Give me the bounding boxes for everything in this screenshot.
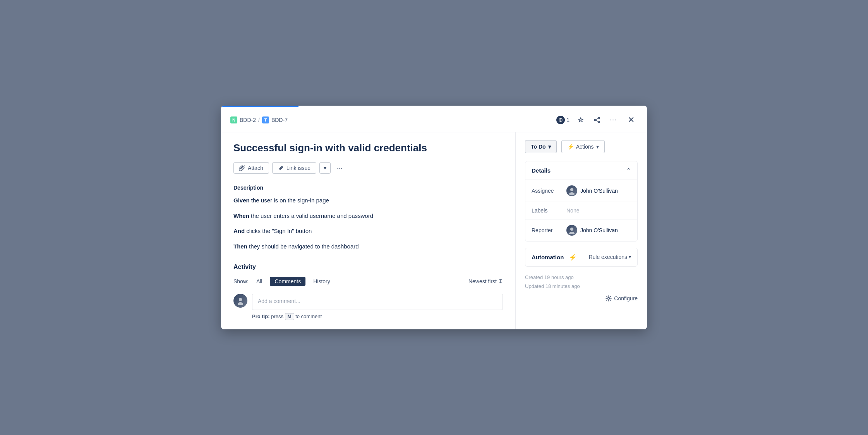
assignee-label: Assignee xyxy=(532,188,566,194)
actions-label: Actions xyxy=(576,144,594,150)
rule-executions-link[interactable]: Rule executions ▾ xyxy=(588,254,631,260)
reporter-avatar xyxy=(566,225,577,236)
svg-point-3 xyxy=(594,119,596,121)
status-button[interactable]: To Do ▾ xyxy=(525,140,557,153)
filter-all-button[interactable]: All xyxy=(252,277,267,286)
svg-point-8 xyxy=(569,192,575,195)
svg-point-9 xyxy=(570,228,573,231)
pro-tip-key: M xyxy=(285,313,294,320)
labels-label: Labels xyxy=(532,207,566,214)
assignee-row: Assignee John O'Sullivan xyxy=(525,180,637,202)
lightning-icon: ⚡ xyxy=(567,144,574,150)
automation-card: Automation ⚡ Rule executions ▾ xyxy=(525,248,638,267)
status-label: To Do xyxy=(531,144,546,150)
main-content: Successful sign-in with valid credential… xyxy=(221,132,515,330)
details-header[interactable]: Details ⌃ xyxy=(525,161,637,180)
attach-button[interactable]: Attach xyxy=(233,162,269,174)
pro-tip: Pro tip: press M to comment xyxy=(252,313,503,320)
breadcrumb: N BDD-2 / T BDD-7 xyxy=(230,116,288,123)
keyword-given: Given xyxy=(233,197,250,204)
description-step-3: And clicks the "Sign In" button xyxy=(233,226,503,236)
issue-title: Successful sign-in with valid credential… xyxy=(233,142,503,155)
link-issue-button[interactable]: Link issue xyxy=(272,162,316,174)
labels-value: None xyxy=(566,207,579,214)
comment-placeholder: Add a comment... xyxy=(258,298,300,304)
details-card: Details ⌃ Assignee J xyxy=(525,161,638,241)
filter-comments-button[interactable]: Comments xyxy=(270,277,305,286)
modal-body: Successful sign-in with valid credential… xyxy=(221,132,647,330)
comment-input[interactable]: Add a comment... xyxy=(252,294,503,310)
actions-chevron-icon: ▾ xyxy=(596,144,599,150)
activity-section: Activity Show: All Comments History Newe… xyxy=(233,264,503,320)
svg-point-1 xyxy=(560,119,561,120)
header-actions: 1 ··· ✕ xyxy=(556,114,638,126)
user-avatar xyxy=(233,294,247,308)
watch-action[interactable]: 1 xyxy=(556,116,570,124)
svg-point-10 xyxy=(569,232,575,234)
details-collapse-icon: ⌃ xyxy=(626,167,631,174)
updated-text: Updated 18 minutes ago xyxy=(525,282,638,291)
details-heading: Details xyxy=(532,167,551,174)
modal-header: N BDD-2 / T BDD-7 1 xyxy=(221,108,647,132)
svg-point-4 xyxy=(598,121,600,123)
actions-button[interactable]: ⚡ Actions ▾ xyxy=(561,140,605,153)
like-button[interactable] xyxy=(576,115,586,125)
top-progress-bar xyxy=(221,106,647,108)
labels-row: Labels None xyxy=(525,202,637,219)
sidebar: To Do ▾ ⚡ Actions ▾ Details ⌃ Assignee xyxy=(515,132,647,330)
link-issue-label: Link issue xyxy=(286,165,310,171)
close-button[interactable]: ✕ xyxy=(624,114,638,126)
parent-issue-icon: N xyxy=(230,116,237,123)
filter-history-button[interactable]: History xyxy=(309,277,335,286)
parent-issue-link[interactable]: BDD-2 xyxy=(240,117,256,123)
labels-text: None xyxy=(566,207,579,214)
toolbar-dropdown-button[interactable]: ▾ xyxy=(319,162,331,174)
svg-point-11 xyxy=(608,298,610,300)
description-heading: Description xyxy=(233,185,503,191)
meta-info: Created 19 hours ago Updated 18 minutes … xyxy=(525,273,638,291)
svg-point-2 xyxy=(598,117,600,119)
assignee-avatar xyxy=(566,185,577,196)
breadcrumb-separator: / xyxy=(258,117,260,123)
svg-point-5 xyxy=(239,298,242,301)
more-options-button[interactable]: ··· xyxy=(608,114,618,125)
description-step-1: Given the user is on the sign-in page xyxy=(233,195,503,206)
svg-point-7 xyxy=(570,188,573,191)
current-issue-id: BDD-7 xyxy=(271,117,288,123)
toolbar-more-button[interactable]: ··· xyxy=(334,163,346,174)
watch-count-label: 1 xyxy=(566,117,570,123)
share-button[interactable] xyxy=(592,115,602,125)
configure-label: Configure xyxy=(614,295,638,301)
keyword-when: When xyxy=(233,212,249,219)
assignee-value: John O'Sullivan xyxy=(566,185,618,196)
keyword-and: And xyxy=(233,228,245,234)
pro-tip-bold: Pro tip: xyxy=(252,313,270,319)
sort-button[interactable]: Newest first ↧ xyxy=(468,278,503,284)
description-section: Description Given the user is on the sig… xyxy=(233,185,503,251)
description-step-2: When the user enters a valid username an… xyxy=(233,211,503,221)
automation-lightning-icon: ⚡ xyxy=(569,253,577,261)
pro-tip-action: to comment xyxy=(295,313,322,319)
created-text: Created 19 hours ago xyxy=(525,273,638,282)
status-row: To Do ▾ ⚡ Actions ▾ xyxy=(525,140,638,153)
comment-input-row: Add a comment... xyxy=(233,294,503,310)
pro-tip-prefix: press xyxy=(271,313,285,319)
keyword-then: Then xyxy=(233,243,247,250)
activity-heading: Activity xyxy=(233,264,503,271)
sort-icon: ↧ xyxy=(498,278,503,284)
configure-button[interactable]: Configure xyxy=(606,295,638,301)
configure-row: Configure xyxy=(525,295,638,301)
status-chevron-icon: ▾ xyxy=(548,144,551,150)
reporter-name: John O'Sullivan xyxy=(580,227,618,233)
show-label: Show: xyxy=(233,278,249,284)
description-text: Given the user is on the sign-in page Wh… xyxy=(233,195,503,251)
automation-heading: Automation xyxy=(532,254,564,260)
modal-container: N BDD-2 / T BDD-7 1 xyxy=(221,106,647,330)
automation-header[interactable]: Automation ⚡ Rule executions ▾ xyxy=(532,253,631,261)
reporter-value: John O'Sullivan xyxy=(566,225,618,236)
more-options-icon: ··· xyxy=(610,116,617,124)
activity-filter-row: Show: All Comments History Newest first … xyxy=(233,277,503,286)
sort-label: Newest first xyxy=(468,278,497,284)
reporter-row: Reporter John O'Sullivan xyxy=(525,219,637,241)
reporter-label: Reporter xyxy=(532,227,566,233)
